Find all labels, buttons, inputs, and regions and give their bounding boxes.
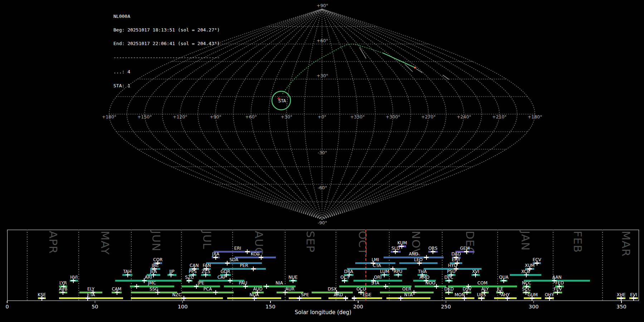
shower-peak-marker-NTA [398,296,403,301]
sporadic-meteor-trail [416,69,422,73]
month-label-jan: JAN [520,231,531,251]
x-tick-label: 200 [353,304,363,309]
shower-label-ERI: ERI [234,246,241,250]
shower-label-LYR: LYR [59,281,67,285]
shower-bar-AUR [277,292,303,293]
shower-label-AVB: AVB [59,287,68,291]
shower-label-LMI: LMI [372,258,379,262]
shower-peak-marker-JMC [135,284,139,289]
shower-bar-SPE [289,297,321,299]
month-line-nov [389,230,390,301]
shower-label-JRC: JRC [152,263,159,268]
shower-label-XUM: XUM [525,263,535,268]
map-longitude-label: +330° [350,114,365,119]
map-longitude-label: +90° [210,114,221,119]
month-line-aug [232,230,233,301]
x-tick-label: 0 [5,304,9,309]
shower-label-HVI: HVI [70,275,78,279]
shower-label-CAM: CAM [112,287,121,291]
shower-label-ELY: ELY [87,287,94,291]
map-longitude-label: +120° [173,114,187,119]
map-longitude-label: +270° [421,114,436,119]
shower-peak-marker-SDA [225,261,230,265]
shower-label-AAN: AAN [552,275,562,279]
shower-peak-marker-PER [251,267,256,271]
shower-bar-ETA [59,297,123,299]
shower-label-GDR: GDR [221,269,230,274]
shower-bar-MON [445,297,474,299]
shower-label-NTA: NTA [404,293,413,297]
shower-label-NZC: NZC [172,293,182,297]
x-tick [182,301,183,303]
shower-label-MON: MON [455,293,465,297]
x-tick-label: 350 [616,304,626,309]
shower-label-NDA: NDA [250,293,259,297]
shower-label-CTA: CTA [373,263,381,268]
x-tick [95,301,96,303]
month-line-feb [553,230,553,301]
map-latitude-label: +60° [317,38,328,43]
month-line-apr [27,230,28,301]
shower-label-JLE: JLE [497,287,503,291]
header-separator: -------------------------------------- [113,55,220,60]
map-longitude-label: +240° [457,114,471,119]
x-axis-title: Solar longitude (deg) [295,309,351,316]
end-time: End: 20251017 22:06:41 (sol = 204.43°) [113,42,220,46]
x-tick [7,301,8,303]
shower-label-ZCS: ZCS [201,269,210,274]
shower-label-FED: FED [555,281,564,285]
shower-label-AMO: AMO [420,275,430,279]
month-label-feb: FEB [572,231,583,253]
shower-label-JXA: JXA [212,252,219,256]
shower-label-JPE: JPE [197,281,204,285]
month-label-apr: APR [48,231,59,254]
radiant-label: STA [278,98,286,103]
map-longitude-label: +180° [102,114,117,119]
shower-label-GEM: GEM [460,246,470,250]
x-tick [446,301,447,303]
map-latitude-label: -90° [318,220,327,225]
shower-label-NOO: NOO [425,281,435,285]
shower-label-AUR: AUR [286,287,294,291]
shower-label-COM: COM [477,281,487,285]
map-longitude-label: +60° [245,114,257,119]
shower-label-KCG: KCG [251,252,260,256]
x-tick [621,301,622,303]
month-line-may [78,230,79,301]
shower-bar-SSG [131,292,177,293]
shower-peak-marker-NZC [181,296,186,301]
station-id: NL000A [113,14,220,19]
shower-label-ORS: ORS [428,246,437,250]
shower-label-SDA: SDA [229,258,238,262]
shower-label-XHE: XHE [617,293,626,297]
shower-label-SCC: SCC [522,287,531,291]
map-latitude-label: -30° [318,150,327,155]
shower-label-OHY: OHY [545,293,554,297]
shower-peak-marker-AND [424,255,429,260]
shower-bar-SDA [206,262,262,264]
shower-label-SPE: SPE [301,293,309,297]
shower-label-JEA: JEA [150,269,157,274]
shower-label-QUA: QUA [499,275,508,279]
begin-time: Beg: 20251017 18:13:51 (sol = 204.27°) [113,28,220,33]
shower-label-KSE: KSE [38,293,46,297]
month-label-may: MAY [99,231,111,255]
map-longitude-label: +180° [528,114,542,119]
shower-label-ETA: ETA [87,293,95,297]
observation-header: NL000A Beg: 20251017 18:13:51 (sol = 204… [113,5,220,97]
shower-label-URS: URS [477,293,486,297]
month-label-mar: MAR [620,231,631,257]
shower-label-PER: PER [240,263,248,268]
sta-meteor-trail [383,53,415,68]
meteor-end-dot [414,67,416,68]
month-label-sep: SEP [305,231,316,253]
shower-label-HYD: HYD [448,263,457,268]
month-line-mar [602,230,603,301]
shower-label-DKD: DKD [444,287,454,291]
shower-label-FEV: FEV [554,287,562,291]
shower-label-XVI: XVI [472,269,479,274]
shower-label-DSV: DSV [463,287,472,291]
month-line-jul [181,230,182,301]
shower-label-SLD: SLD [391,246,400,250]
shower-label-PCA: PCA [204,287,212,291]
